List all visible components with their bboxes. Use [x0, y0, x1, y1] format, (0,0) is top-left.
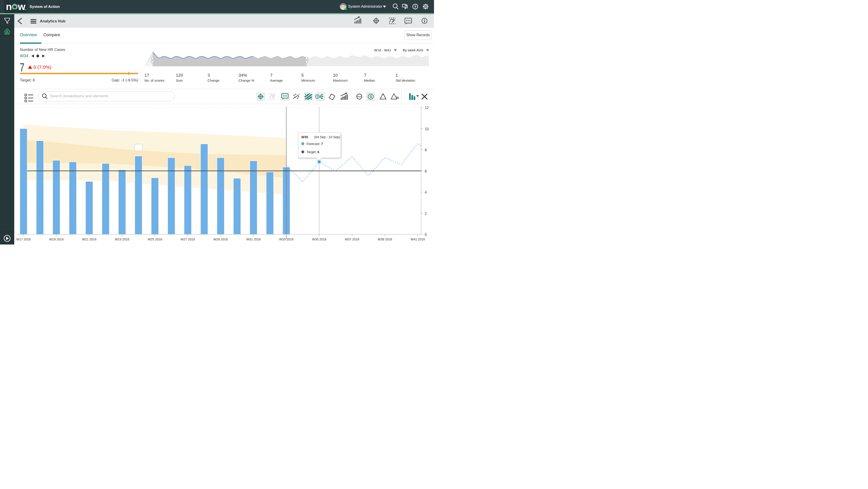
- svg-text:%: %: [396, 96, 399, 99]
- svg-text:TM: TM: [24, 9, 26, 10]
- svg-text:n: n: [6, 1, 12, 12]
- svg-text:?: ?: [316, 95, 318, 98]
- svg-text:YOY: YOY: [357, 95, 362, 98]
- svg-text:S: S: [370, 95, 372, 98]
- svg-text:?: ?: [414, 5, 416, 9]
